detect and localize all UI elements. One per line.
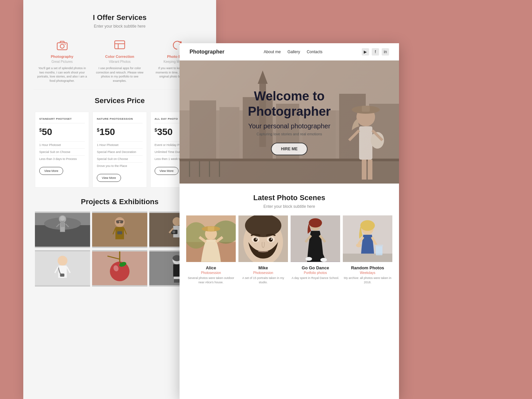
svg-point-90 [254, 238, 258, 242]
hero-subtitle: Your personal photographer [248, 122, 331, 130]
price-card-standart: STANDART PHOTOSET $50 1 Hour Photoset Sp… [35, 112, 89, 188]
svg-point-9 [60, 216, 65, 221]
photo-thumb-mike[interactable] [238, 215, 288, 262]
hero-text-block: Welcome to Photographer Your personal ph… [248, 89, 331, 155]
photography-sublabel: Great Pictures [37, 60, 87, 64]
svg-point-29 [58, 256, 67, 266]
gogo-name: Go Go Dance [291, 265, 340, 270]
standart-price: $50 [39, 127, 85, 137]
project-thumb-1 [35, 211, 90, 248]
svg-point-25 [172, 230, 175, 233]
price-card-nature: NATURE PHOTOSESSION $150 1 Hour Photoset… [92, 112, 147, 188]
photos-grid: Alice Photosession Several photos were t… [186, 215, 392, 284]
svg-point-98 [320, 258, 327, 262]
random-name: Random Photos [343, 265, 392, 270]
project-thumb-5 [92, 250, 147, 287]
youtube-icon[interactable]: ▶ [362, 48, 369, 56]
hero-title: Welcome to Photographer [248, 89, 331, 119]
nature-feature-4: Drove you to the Place [97, 162, 142, 169]
svg-rect-19 [116, 221, 119, 223]
alice-desc: Several photos were taken outdoor near A… [186, 276, 236, 284]
nature-title: NATURE PHOTOSESSION [97, 117, 142, 123]
standart-feature-2: Special Suit on Choose [39, 148, 85, 155]
service-color-correction: Color Correction Vibrant Photos I use pr… [91, 39, 148, 83]
svg-point-106 [356, 243, 361, 247]
photo-thumb-random[interactable] [343, 215, 392, 262]
svg-rect-0 [57, 43, 67, 50]
mike-desc: A set of 15 portraits taken in my studio… [238, 276, 288, 284]
nav-gallery-link[interactable]: Gallery [287, 50, 300, 54]
svg-point-96 [309, 218, 322, 227]
svg-point-91 [269, 238, 273, 242]
photography-label: Photography [37, 55, 87, 59]
svg-rect-31 [60, 274, 65, 277]
hire-me-button[interactable]: HIRE ME [271, 143, 308, 155]
image-adjust-icon [113, 39, 126, 52]
nav-about-link[interactable]: About me [264, 50, 281, 54]
photo-card-mike: Mike Photosession A set of 15 portraits … [238, 215, 288, 284]
photo-card-alice: Alice Photosession Several photos were t… [186, 215, 236, 284]
nature-feature-3: Special Suit on Choose [97, 155, 142, 162]
svg-rect-108 [376, 245, 382, 255]
svg-rect-16 [117, 231, 122, 234]
svg-rect-10 [61, 221, 65, 227]
standart-feature-3: Less than 3 days to Process [39, 155, 85, 162]
nav-contacts-link[interactable]: Contacts [307, 50, 322, 54]
svg-point-93 [271, 238, 272, 240]
svg-rect-46 [174, 279, 177, 283]
facebook-icon[interactable]: f [372, 48, 379, 56]
color-correction-label: Color Correction [94, 55, 145, 59]
nature-feature-2: Special Place and Decoration [97, 148, 142, 155]
color-correction-desc: I use professional apps for color correc… [94, 66, 145, 83]
navigation: Photographer About me Gallery Contacts ▶… [180, 43, 399, 61]
random-type: Weekdays [343, 271, 392, 275]
project-thumb-2 [92, 211, 147, 248]
gogo-desc: A day spent in Royal Dance School. [291, 276, 340, 280]
standart-feature-1: 1 Hour Photoset [39, 141, 85, 148]
service-photography: Photography Great Pictures You'll get a … [33, 39, 91, 83]
mike-name: Mike [238, 265, 288, 270]
hero-description: Capturing love stories and real emotions [248, 132, 331, 136]
photo-card-gogo: Go Go Dance Portfolio photos A day spent… [291, 215, 340, 284]
project-thumb-4 [35, 250, 90, 287]
svg-point-2 [65, 44, 66, 45]
nature-feature-1: 1 Hour Photoset [97, 141, 142, 148]
services-title: I Offer Services [33, 0, 206, 22]
mike-type: Photosession [238, 271, 288, 275]
svg-point-97 [306, 257, 312, 261]
standart-view-more-button[interactable]: View More [39, 167, 63, 175]
svg-point-1 [60, 44, 64, 48]
standart-currency: $ [39, 127, 42, 133]
nav-links: About me Gallery Contacts [264, 50, 323, 54]
photography-desc: You'll get a set of splendid photos in t… [37, 66, 87, 83]
color-correction-sublabel: Vibrant Photos [94, 60, 145, 64]
latest-subtitle: Enter your block subtitle here [186, 204, 392, 209]
allday-view-more-button[interactable]: View More [155, 167, 179, 175]
hero-section: Welcome to Photographer Your personal ph… [180, 61, 399, 184]
photo-thumb-gogo[interactable] [291, 215, 340, 262]
nav-logo: Photographer [190, 49, 224, 55]
alice-type: Photosession [186, 271, 236, 275]
svg-rect-20 [120, 221, 123, 223]
standart-title: STANDART PHOTOSET [39, 117, 85, 123]
random-desc: My archive: all photos were taken in 201… [343, 276, 392, 284]
latest-title: Latest Photo Scenes [186, 194, 392, 202]
nature-view-more-button[interactable]: View More [97, 174, 121, 182]
latest-section: Latest Photo Scenes Enter your block sub… [180, 184, 399, 296]
svg-rect-107 [343, 254, 392, 262]
photo-thumb-alice[interactable] [186, 215, 236, 262]
svg-point-92 [256, 238, 257, 240]
right-page: Photographer About me Gallery Contacts ▶… [180, 43, 399, 399]
alice-name: Alice [186, 265, 236, 270]
nature-currency: $ [97, 127, 99, 133]
nature-price: $150 [97, 127, 142, 137]
services-subtitle: Enter your block subtitle here [33, 24, 206, 29]
svg-rect-81 [208, 226, 214, 231]
gogo-type: Portfolio photos [291, 271, 340, 275]
svg-point-14 [115, 217, 125, 227]
photo-card-random: Random Photos Weekdays My archive: all p… [343, 215, 392, 284]
linkedin-icon[interactable]: in [382, 48, 389, 56]
nav-social-icons: ▶ f in [362, 48, 389, 56]
camera-icon [56, 39, 69, 52]
svg-rect-109 [375, 245, 383, 246]
